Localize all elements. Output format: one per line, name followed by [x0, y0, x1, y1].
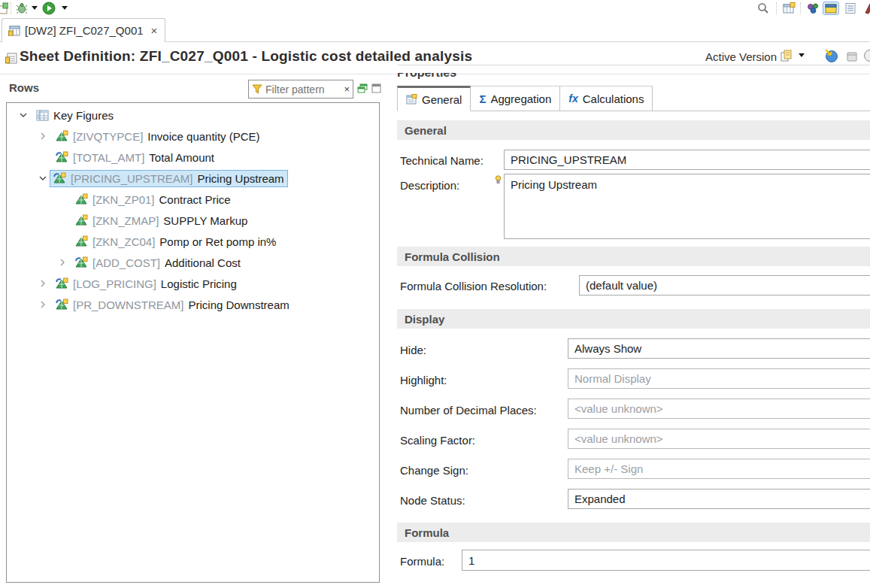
tree-item-label: Pricing Upstream	[198, 172, 284, 185]
tree-row-pr-downstream[interactable]: [PR_DOWNSTREAM] Pricing Downstream	[7, 294, 379, 315]
technical-name-input[interactable]	[504, 150, 870, 170]
new-table-icon[interactable]	[782, 2, 796, 15]
tab-calculations[interactable]: fx Calculations	[560, 86, 653, 111]
tree-item-tech: [TOTAL_AMT]	[73, 151, 144, 164]
tree-row-key-figures[interactable]: Key Figures	[7, 105, 379, 126]
description-textarea[interactable]: Pricing Upstream	[504, 174, 870, 239]
tree-item-tech: [LOG_PRICING]	[73, 277, 156, 290]
decimal-places-input[interactable]	[568, 399, 870, 419]
query-sheet-icon	[8, 25, 20, 36]
key-figure-icon	[75, 193, 88, 205]
toolbar-separator	[800, 2, 801, 14]
formula-input[interactable]	[462, 550, 870, 571]
scaling-factor-input[interactable]	[568, 429, 870, 449]
page-title: Sheet Definition: ZFI_C027_Q001 - Logist…	[20, 48, 472, 65]
tree-item-tech: [ZIVQTYPCE]	[73, 130, 143, 143]
properties-panel-title: Properties	[397, 73, 547, 82]
data-preview-icon[interactable]	[845, 50, 859, 63]
hide-input[interactable]	[568, 338, 870, 359]
toolbar-separator	[776, 2, 777, 14]
fx-icon: fx	[568, 92, 577, 105]
run-icon[interactable]	[42, 2, 56, 15]
sheet-definition-icon	[5, 52, 17, 67]
formula-key-figure-icon	[75, 256, 88, 268]
tree-row-add-cost[interactable]: [ADD_COST] Additional Cost	[7, 252, 379, 273]
decimal-places-label: Number of Decimal Places:	[400, 404, 537, 417]
run-dropdown-icon[interactable]	[62, 6, 68, 10]
key-figure-icon	[75, 235, 88, 247]
clipped-toolbar-icon[interactable]	[863, 2, 870, 15]
tab-close-icon[interactable]: ×	[151, 24, 158, 37]
activate-icon[interactable]	[824, 48, 838, 62]
tab-label: Aggregation	[490, 92, 551, 105]
editor-tabstrip: [DW2] ZFI_C027_Q001 ×	[0, 17, 870, 42]
properties-tabbar: General Σ Aggregation fx Calculations	[397, 86, 870, 111]
section-formula-header: Formula	[397, 523, 870, 542]
change-sign-input[interactable]	[568, 459, 870, 479]
editor-tab-query[interactable]: [DW2] ZFI_C027_Q001 ×	[2, 18, 165, 42]
tree-item-label: Pomp or Ret pomp in%	[159, 235, 276, 248]
chevron-right-icon[interactable]	[38, 300, 47, 309]
debug-dropdown-icon[interactable]	[32, 6, 38, 10]
chevron-right-icon[interactable]	[38, 132, 47, 141]
tree-item-label: Total Amount	[149, 151, 214, 164]
formula-key-figure-icon	[53, 172, 66, 184]
key-figure-icon	[56, 130, 68, 142]
description-label: Description:	[400, 179, 459, 192]
tree-item-tech: [PR_DOWNSTREAM]	[73, 299, 184, 311]
chevron-down-icon[interactable]	[38, 174, 47, 183]
tree-row-zkn-zc04[interactable]: [ZKN_ZC04] Pomp or Ret pomp in%	[7, 231, 379, 252]
tree-item-label: Invoice quantity (PCE)	[147, 130, 259, 143]
highlight-label: Highlight:	[400, 374, 447, 386]
key-figure-icon	[75, 214, 88, 226]
tree-row-zkn-zp01[interactable]: [ZKN_ZP01] Contract Price	[7, 189, 379, 210]
new-wizard-icon[interactable]	[0, 2, 9, 15]
application-window: [DW2] ZFI_C027_Q001 × Sheet Definition: …	[0, 0, 870, 588]
version-label: Active Version	[705, 50, 777, 63]
formula-collision-resolution-input[interactable]	[579, 275, 870, 296]
section-general-header: General	[397, 120, 870, 140]
restore-view-icon[interactable]	[356, 82, 368, 94]
rows-tree: Key Figures [ZIVQTYPCE] Invoice quantity…	[6, 102, 380, 583]
formula-key-figure-icon	[56, 277, 68, 289]
node-status-input[interactable]	[568, 489, 870, 509]
tree-row-log-pricing[interactable]: [LOG_PRICING] Logistic Pricing	[7, 273, 379, 294]
tab-general[interactable]: General	[397, 86, 471, 111]
highlight-input[interactable]	[568, 368, 870, 389]
search-icon[interactable]	[756, 2, 770, 15]
tree-item-label: SUPPLY Markup	[163, 214, 247, 227]
formula-key-figure-icon	[56, 299, 68, 311]
chevron-right-icon[interactable]	[38, 279, 47, 288]
selected-tree-item[interactable]: [PRICING_UPSTREAM] Pricing Upstream	[50, 170, 288, 187]
tab-label: Calculations	[583, 92, 644, 105]
version-dropdown-icon[interactable]	[799, 53, 805, 57]
properties-top-divider	[397, 65, 870, 65]
active-perspective-icon[interactable]	[823, 2, 839, 15]
tree-row-total-amt[interactable]: [TOTAL_AMT] Total Amount	[7, 147, 379, 168]
formula-key-figure-icon	[56, 151, 68, 163]
change-sign-label: Change Sign:	[400, 464, 468, 477]
tree-row-zivqtypce[interactable]: [ZIVQTYPCE] Invoice quantity (PCE)	[7, 126, 379, 147]
sigma-icon: Σ	[479, 92, 486, 105]
maximize-view-icon[interactable]	[370, 82, 382, 94]
rows-panel-title: Rows	[9, 81, 39, 94]
filter-input[interactable]	[265, 83, 341, 95]
tree-row-pricing-upstream[interactable]: [PRICING_UPSTREAM] Pricing Upstream	[7, 168, 379, 189]
main-toolbar	[0, 0, 870, 17]
bw-modeling-perspective-icon[interactable]	[806, 2, 820, 15]
debug-icon[interactable]	[15, 2, 29, 15]
version-copy-icon[interactable]	[779, 49, 793, 62]
section-display-header: Display	[397, 309, 870, 329]
clipped-pie-icon[interactable]	[863, 49, 870, 62]
tab-aggregation[interactable]: Σ Aggregation	[471, 86, 560, 111]
tree-row-zkn-zmap[interactable]: [ZKN_ZMAP] SUPPLY Markup	[7, 210, 379, 231]
filter-funnel-icon	[252, 84, 262, 94]
formula-label: Formula:	[400, 555, 444, 568]
editor-list-icon[interactable]	[844, 2, 857, 15]
hide-label: Hide:	[400, 344, 426, 356]
key-figures-table-icon	[36, 110, 49, 121]
node-status-label: Node Status:	[400, 494, 465, 507]
filter-clear-icon[interactable]: ×	[344, 84, 350, 94]
chevron-right-icon[interactable]	[58, 258, 67, 267]
chevron-down-icon[interactable]	[19, 111, 28, 120]
